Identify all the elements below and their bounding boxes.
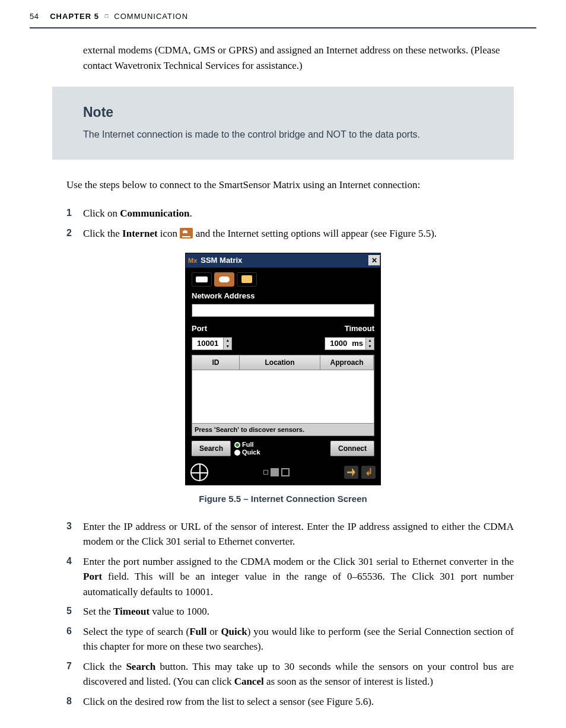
step-text: Click the Search button. This may take u… <box>83 659 514 689</box>
status-icons <box>263 468 290 476</box>
step-text: Click on the desired row from the list t… <box>83 694 514 710</box>
step-text: Set the Timeout value to 1000. <box>83 604 514 619</box>
page-header: 54 CHAPTER 5 □ COMMUNICATION <box>0 0 566 27</box>
search-mode-radios: Full Quick <box>234 441 260 456</box>
folder-icon <box>241 275 252 283</box>
port-spinner[interactable]: 10001 ▲▼ <box>192 337 232 350</box>
apply-icon[interactable]: ↲ <box>361 466 376 479</box>
internet-icon <box>180 228 193 239</box>
figure-5-5: Mx SSM Matrix ✕ Network Address Port Tim… <box>0 253 566 485</box>
search-button[interactable]: Search <box>192 441 231 456</box>
network-address-label: Network Address <box>186 289 380 304</box>
note-heading: Note <box>83 102 497 123</box>
network-address-input[interactable] <box>192 304 374 317</box>
window-titlebar: Mx SSM Matrix ✕ <box>186 253 380 268</box>
search-hint: Press 'Search' to discover sensors. <box>192 424 374 437</box>
stop-icon <box>271 468 279 476</box>
step-item: 8Click on the desired row from the list … <box>66 694 514 710</box>
step-item: 7Click the Search button. This may take … <box>66 659 514 689</box>
note-text: The Internet connection is made to the c… <box>83 128 497 142</box>
port-value: 10001 <box>192 338 223 349</box>
steps-list-top: 1 Click on Communication. 2 Click the In… <box>66 206 514 241</box>
step-item: 2 Click the Internet icon and the Intern… <box>66 226 514 241</box>
chapter-label: CHAPTER 5 <box>50 12 99 21</box>
col-approach: Approach <box>320 355 374 370</box>
action-row: Search Full Quick Connect <box>186 436 380 461</box>
tools-icon[interactable] <box>344 466 358 479</box>
virtual-tab[interactable] <box>237 272 257 287</box>
step-text: Enter the port number assigned to the CD… <box>83 554 514 600</box>
step-item: 1 Click on Communication. <box>66 206 514 221</box>
serial-tab[interactable] <box>192 272 212 287</box>
header-rule <box>30 27 536 28</box>
step-number: 5 <box>66 604 83 619</box>
lead-sentence: Use the steps below to connect to the Sm… <box>66 177 514 193</box>
step-number: 8 <box>66 694 83 710</box>
step-item: 3Enter the IP address or URL of the sens… <box>66 519 514 549</box>
radio-dot-icon <box>234 442 240 448</box>
timeout-value: 1000 <box>325 338 352 349</box>
step-item: 4Enter the port number assigned to the C… <box>66 554 514 600</box>
timeout-spinner[interactable]: 1000 ms ▲▼ <box>325 337 374 350</box>
step-number: 3 <box>66 519 83 549</box>
step-item: 5Set the Timeout value to 1000. <box>66 604 514 619</box>
intro-paragraph: external modems (CDMA, GMS or GPRS) and … <box>83 43 514 74</box>
col-id: ID <box>192 355 240 370</box>
step-number: 6 <box>66 624 83 654</box>
window-title: SSM Matrix <box>201 255 242 266</box>
ssm-matrix-window: Mx SSM Matrix ✕ Network Address Port Tim… <box>185 253 381 485</box>
step-text: Click the Internet icon and the Internet… <box>83 226 514 241</box>
cloud-icon <box>219 276 230 282</box>
radio-dot-icon <box>234 450 240 456</box>
radio-quick[interactable]: Quick <box>234 449 260 456</box>
figure-caption: Figure 5.5 – Internet Connection Screen <box>0 492 566 506</box>
sensor-table-body[interactable] <box>192 370 374 424</box>
small-square-icon <box>263 470 268 475</box>
mx-badge: Mx <box>188 256 197 266</box>
step-number: 2 <box>66 226 83 241</box>
internet-tab[interactable] <box>214 272 234 287</box>
status-bar: ↲ <box>186 461 380 485</box>
note-callout: Note The Internet connection is made to … <box>52 87 514 160</box>
timeout-unit: ms <box>352 338 365 349</box>
step-text: Click on Communication. <box>83 206 514 221</box>
port-label: Port <box>192 323 207 335</box>
close-button[interactable]: ✕ <box>368 255 380 266</box>
timeout-label: Timeout <box>345 323 374 335</box>
col-location: Location <box>240 355 320 370</box>
step-text: Select the type of search (Full or Quick… <box>83 624 514 654</box>
separator-icon: □ <box>101 13 112 19</box>
sensor-table-header: ID Location Approach <box>192 355 374 370</box>
steps-list-bottom: 3Enter the IP address or URL of the sens… <box>66 519 514 710</box>
connect-button[interactable]: Connect <box>330 441 374 456</box>
radio-full[interactable]: Full <box>234 441 260 449</box>
globe-icon <box>190 463 208 481</box>
chapter-title: COMMUNICATION <box>114 12 188 21</box>
connection-tabs <box>186 268 380 289</box>
step-item: 6Select the type of search (Full or Quic… <box>66 624 514 654</box>
port-timeout-labels: Port Timeout <box>186 323 380 337</box>
spinner-arrows-icon[interactable]: ▲▼ <box>365 338 374 349</box>
step-number: 4 <box>66 554 83 600</box>
keyboard-icon <box>196 276 208 282</box>
step-number: 7 <box>66 659 83 689</box>
page-number: 54 <box>30 12 39 21</box>
step-text: Enter the IP address or URL of the senso… <box>83 519 514 549</box>
spinner-arrows-icon[interactable]: ▲▼ <box>223 338 231 349</box>
step-number: 1 <box>66 206 83 221</box>
record-icon <box>281 468 290 476</box>
